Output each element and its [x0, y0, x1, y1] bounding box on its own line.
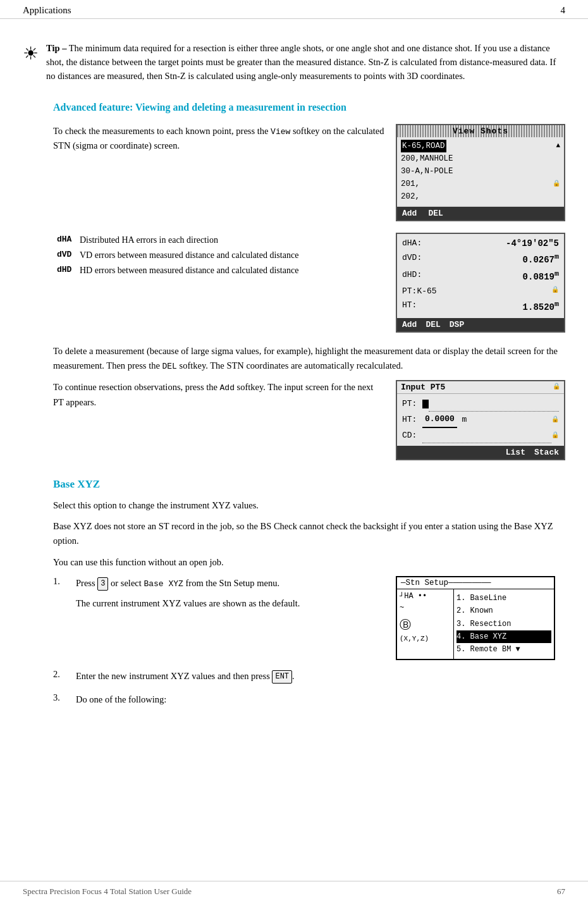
step-1: 1. Press 3 or select Base XYZ from the S… — [53, 576, 565, 660]
step2-content: Enter the new instrument XYZ values and … — [76, 669, 565, 684]
screen2-dsp-btn[interactable]: DSP — [450, 320, 464, 329]
base-xyz-para3: You can use this function without an ope… — [53, 555, 565, 570]
input-pt-screen: Input PT5 🔒 PT: HT: 0.0000 m — [396, 380, 565, 460]
screen1-row1: K-65,ROAD ▲ — [401, 140, 560, 152]
screen2-body: dHA: -4°19'02"5 dVD: 0.0267m dHD: 0.0819… — [397, 234, 564, 318]
cd-underline — [422, 428, 551, 443]
step-2: 2. Enter the new instrument XYZ values a… — [53, 669, 565, 684]
dvd-desc: VD errors between measured distance and … — [76, 248, 384, 263]
screen1-bottom: Add DEL — [397, 207, 564, 220]
screen1-body: K-65,ROAD ▲ 200,MANHOLE 30-A,N-POLE 201,… — [397, 137, 564, 206]
def-row-dha: dHA Distributed HA errors in each direct… — [53, 233, 384, 248]
footer-page-num: 67 — [557, 887, 565, 897]
screen2-dha-label: dHA: — [402, 236, 422, 252]
input-pt-text: To continue resection observations, pres… — [53, 380, 384, 416]
screen2-container: dHA: -4°19'02"5 dVD: 0.0267m dHD: 0.0819… — [396, 233, 565, 333]
stn-setup-left: ┘HA •• ~ Ⓑ (X,Y,Z) — [397, 589, 454, 659]
detail-text: dHA Distributed HA errors in each direct… — [53, 233, 384, 279]
menu-item-3[interactable]: 3. Resection — [456, 618, 551, 630]
step-3: 3. Do one of the following: — [53, 692, 565, 707]
screen1-title: View Shots — [397, 125, 564, 137]
screen1-row5: 202, — [401, 190, 560, 203]
screen2-dhd-label: dHD: — [402, 268, 422, 285]
screen2-add-btn[interactable]: Add — [402, 320, 417, 329]
step1-content: Press 3 or select Base XYZ from the Stn … — [76, 576, 384, 611]
ha-label: ┘HA •• — [400, 592, 427, 601]
add-softkey: Add — [220, 383, 235, 393]
view-shots-screen: View Shots K-65,ROAD ▲ 200,MANHOLE 30-A,… — [396, 124, 565, 221]
screen2-ht-row: HT: 1.8520m — [402, 298, 559, 315]
screen2-dvd-val: 0.0267m — [506, 251, 559, 267]
screen3-container: Input PT5 🔒 PT: HT: 0.0000 m — [396, 380, 565, 460]
page-header: Applications 4 — [0, 0, 588, 19]
screen2-ht-label: HT: — [402, 298, 417, 315]
view-shots-para: To check the measurements to each known … — [53, 124, 384, 154]
lock-icon5: 🔒 — [551, 430, 559, 441]
step1-num: 1. — [53, 576, 68, 611]
step1-text-col: 1. Press 3 or select Base XYZ from the S… — [53, 576, 384, 611]
screen3-ht-label: HT: — [402, 412, 422, 427]
del-softkey: DEL — [162, 362, 176, 371]
screen2-del-btn[interactable]: DEL — [426, 320, 440, 329]
screen2-ht-val: 1.8520m — [506, 298, 559, 315]
wave-label: ~ — [400, 603, 404, 612]
view-shots-row: To check the measurements to each known … — [53, 124, 565, 221]
xyz-label: (X,Y,Z) — [400, 635, 429, 642]
def-row-dvd: dVD VD errors between measured distance … — [53, 248, 384, 263]
scroll-up-arrow: ▲ — [556, 140, 560, 152]
lock-icon4: 🔒 — [551, 414, 559, 426]
screen2-bottom: Add DEL DSP — [397, 318, 564, 331]
tip-label: Tip – — [46, 43, 66, 53]
stn-setup-body: ┘HA •• ~ Ⓑ (X,Y,Z) — [397, 589, 554, 659]
main-content: ☀ Tip – The minimum data required for a … — [0, 19, 588, 754]
step1-inner: 1. Press 3 or select Base XYZ from the S… — [53, 576, 384, 611]
lock-icon3: 🔒 — [553, 383, 560, 390]
key-ent: ENT — [272, 670, 292, 684]
base-xyz-section: Base XYZ Select this option to change th… — [23, 478, 565, 707]
dhd-label: dHD — [53, 263, 76, 278]
tip-body: The minimum data required for a resectio… — [46, 43, 556, 81]
stn-setup-title: ─Stn Setup───────── — [397, 577, 554, 589]
screen2-pt-label: PT:K-65 — [402, 285, 437, 298]
screen2-dvd-row: dVD: 0.0267m — [402, 251, 559, 267]
lock-icon2: 🔒 — [551, 285, 559, 298]
detail-row: dHA Distributed HA errors in each direct… — [53, 233, 565, 333]
screen1-row4: 201, 🔒 — [401, 178, 560, 190]
screen1-del-btn[interactable]: DEL — [428, 209, 443, 218]
circle-icon: Ⓑ — [400, 617, 411, 632]
tip-text: Tip – The minimum data required for a re… — [46, 42, 565, 83]
menu-item-1[interactable]: 1. BaseLine — [456, 592, 551, 604]
continue-para: To continue resection observations, pres… — [53, 380, 384, 410]
menu-item-2[interactable]: 2. Known — [456, 604, 551, 617]
menu-item-5[interactable]: 5. Remote BM ▼ — [456, 643, 551, 656]
base-xyz-mono: Base XYZ — [144, 579, 183, 589]
screen3-list-btn[interactable]: List — [506, 448, 525, 457]
screen3-pt-row: PT: — [402, 396, 559, 412]
tip-box: ☀ Tip – The minimum data required for a … — [23, 42, 565, 83]
def-row-dhd: dHD HD errors between measured distance … — [53, 263, 384, 278]
step1-para2: The current instrument XYZ values are sh… — [76, 596, 384, 611]
stn-setup-screen-container: ─Stn Setup───────── ┘HA •• ~ — [396, 576, 565, 660]
screen1-item5: 202, — [401, 190, 420, 203]
screen3-ht-unit: m — [457, 412, 467, 427]
tip-icon: ☀ — [23, 43, 39, 64]
screen3-stack-btn[interactable]: Stack — [534, 448, 559, 457]
screen3-body: PT: HT: 0.0000 m 🔒 CD: — [397, 394, 564, 446]
screen2-pt-row: PT:K-65 🔒 — [402, 285, 559, 298]
screen3-bottom: List Stack — [397, 446, 564, 459]
footer-guide-title: Spectra Precision Focus 4 Total Station … — [23, 887, 192, 897]
advanced-section: Advanced feature: Viewing and deleting a… — [23, 101, 565, 460]
stn-setup-right: 1. BaseLine 2. Known 3. Resection 4. Bas… — [454, 589, 554, 659]
delete-para: To delete a measurement (because of larg… — [53, 344, 565, 374]
screen1-add-btn[interactable]: Add — [402, 209, 417, 218]
dvd-label: dVD — [53, 248, 76, 263]
step2-num: 2. — [53, 669, 68, 680]
cursor — [422, 400, 429, 408]
screen3-cd-row: CD: 🔒 — [402, 428, 559, 443]
menu-item-4[interactable]: 4. Base XYZ — [456, 630, 551, 643]
stn-icons: Ⓑ (X,Y,Z) — [400, 617, 451, 642]
key-3: 3 — [97, 577, 108, 591]
detail-screen: dHA: -4°19'02"5 dVD: 0.0267m dHD: 0.0819… — [396, 233, 565, 333]
screen2-dvd-label: dVD: — [402, 251, 422, 267]
pt-underline — [429, 396, 559, 412]
